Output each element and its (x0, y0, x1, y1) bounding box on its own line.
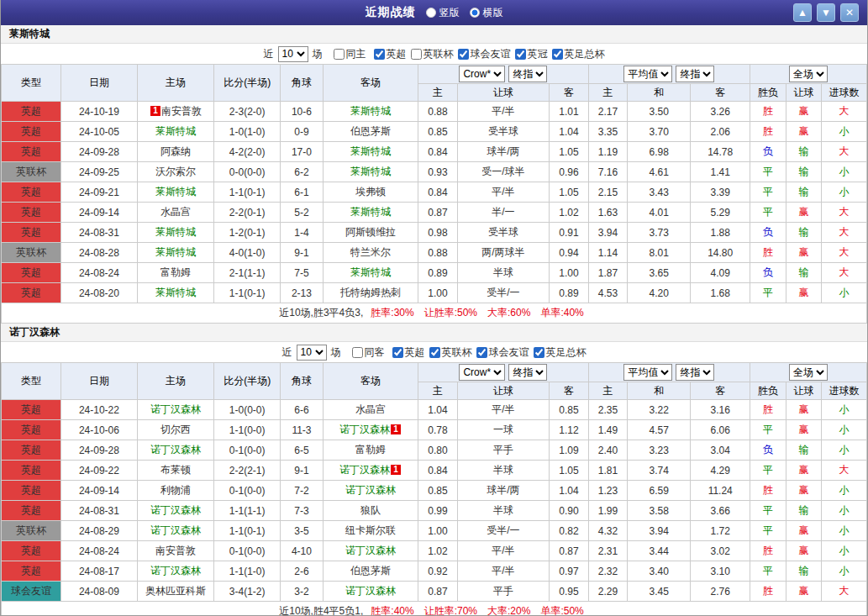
league-cell: 英超 (2, 142, 61, 162)
away-team-name: 托特纳姆热刺 (340, 287, 401, 298)
checkbox-icon[interactable] (411, 49, 422, 60)
goals-result-cell: 小 (822, 283, 867, 303)
league-cell: 英超 (2, 122, 61, 142)
asia-away-odds-cell: 0.87 (550, 541, 589, 561)
euro-index-select[interactable]: 终指 (676, 364, 714, 381)
checkbox-icon[interactable] (534, 347, 544, 358)
header-handicap-result: 让球 (786, 84, 822, 102)
league-filter-checkbox[interactable]: 英联杯 (411, 47, 454, 61)
titlebar: 近期战绩 竖版 横版 ▲ ▼ ✕ (1, 0, 867, 25)
asia-home-odds-cell: 0.93 (418, 162, 458, 182)
score-cell: 0-1(0-0) (214, 481, 281, 501)
euro-home-odds-cell: 2.31 (588, 541, 628, 561)
euro-home-odds-cell: 1.19 (588, 142, 628, 162)
asia-handicap-cell: 半球 (457, 263, 549, 283)
move-down-button[interactable]: ▼ (817, 3, 835, 22)
league-filter-checkbox[interactable]: 英足总杯 (534, 345, 587, 360)
goals-result-cell: 小 (822, 122, 867, 142)
date-cell: 24-10-06 (60, 420, 137, 440)
up-arrow-icon: ▲ (797, 8, 808, 18)
home-team-name: 诺丁汉森林 (150, 444, 201, 455)
bookmaker-select[interactable]: Crow* (459, 66, 505, 82)
checkbox-icon[interactable] (334, 49, 345, 60)
checkbox-icon[interactable] (552, 49, 563, 60)
euro-index-select[interactable]: 终指 (676, 66, 714, 82)
match-row: 英超24-08-24富勒姆2-1(1-1)7-5莱斯特城0.89半球1.001.… (2, 263, 867, 283)
asia-index-select[interactable]: 终指 (508, 66, 547, 82)
bookmaker-select[interactable]: Crow* (459, 364, 505, 381)
euro-draw-odds-cell: 4.20 (628, 283, 691, 303)
same-venue-checkbox[interactable]: 同主 (334, 47, 366, 61)
match-row: 英超24-10-05莱斯特城1-0(1-0)0-9伯恩茅斯0.85受半球1.04… (2, 122, 867, 142)
league-filter-checkbox[interactable]: 英足总杯 (552, 47, 605, 61)
home-team-cell: 莱斯特城 (138, 243, 214, 263)
league-cell: 英超 (2, 400, 61, 420)
home-team-cell: 莱斯特城 (138, 122, 214, 142)
date-cell: 24-08-20 (60, 283, 137, 303)
goals-result-cell: 小 (822, 541, 867, 561)
results-table: 类型日期主场比分(半场)角球客场Crow*终指平均值终指全场主让球客主和客胜负让… (1, 64, 867, 324)
corner-cell: 10-6 (281, 102, 324, 122)
layout-horizontal-radio[interactable]: 横版 (470, 6, 503, 20)
match-row: 英超24-09-28阿森纳4-2(2-0)17-0莱斯特城0.84球半/两1.0… (2, 142, 867, 162)
asia-away-odds-cell: 0.82 (550, 521, 589, 541)
asia-away-odds-cell: 1.05 (550, 142, 589, 162)
away-team-cell: 莱斯特城 (323, 203, 418, 223)
away-team-name: 伯恩茅斯 (350, 565, 391, 577)
home-team-name: 南安普敦 (161, 105, 202, 117)
handicap-result-cell: 赢 (786, 541, 822, 561)
corner-cell: 11-3 (281, 420, 324, 440)
away-team-cell: 伯恩茅斯 (323, 561, 418, 582)
asia-index-select[interactable]: 终指 (508, 364, 547, 381)
move-up-button[interactable]: ▲ (793, 3, 812, 22)
header-asia-home: 主 (418, 382, 458, 400)
league-filter-checkbox[interactable]: 英冠 (515, 47, 548, 61)
titlebar-buttons: ▲ ▼ ✕ (793, 3, 867, 22)
checkbox-icon[interactable] (429, 347, 440, 358)
corner-cell: 6-5 (281, 440, 324, 461)
radio-selected-icon (470, 8, 480, 18)
euro-away-odds-cell: 4.09 (691, 263, 750, 283)
date-cell: 24-08-29 (60, 521, 137, 541)
league-filter-checkbox[interactable]: 英超 (392, 345, 425, 360)
league-filter-checkbox[interactable]: 英联杯 (429, 345, 472, 360)
away-team-cell: 诺丁汉森林 (323, 582, 418, 602)
match-row: 英联杯24-08-28莱斯特城4-0(1-0)9-1特兰米尔0.88两/两球半0… (2, 243, 867, 263)
euro-average-select[interactable]: 平均值 (623, 66, 672, 82)
checkbox-icon[interactable] (352, 347, 363, 358)
league-filter-label: 球会友谊 (489, 345, 529, 360)
header-type: 类型 (2, 363, 61, 400)
checkbox-icon[interactable] (515, 49, 526, 60)
asia-handicap-cell: 一球 (457, 420, 549, 440)
checkbox-icon[interactable] (374, 49, 385, 60)
recent-count-select[interactable]: 10 (297, 345, 327, 361)
date-cell: 24-08-28 (60, 243, 137, 263)
league-filter-checkbox[interactable]: 球会友谊 (476, 345, 529, 360)
checkbox-icon[interactable] (392, 347, 403, 358)
euro-home-odds-cell: 2.32 (588, 561, 628, 582)
layout-vertical-radio[interactable]: 竖版 (426, 6, 460, 20)
result-cell: 平 (750, 283, 786, 303)
scope-select[interactable]: 全场 (789, 66, 828, 82)
handicap-result-cell: 赢 (786, 203, 822, 223)
match-row: 英超24-09-14利物浦0-1(0-0)7-2诺丁汉森林0.85球半/两1.0… (2, 481, 867, 501)
checkbox-icon[interactable] (476, 347, 487, 358)
checkbox-icon[interactable] (458, 49, 469, 60)
asia-handicap-cell: 半球 (457, 461, 549, 481)
header-score: 比分(半场) (214, 65, 281, 102)
scope-select[interactable]: 全场 (789, 364, 828, 381)
league-filter-checkbox[interactable]: 英超 (374, 47, 407, 61)
euro-home-odds-cell: 4.32 (588, 521, 628, 541)
asia-home-odds-cell: 0.80 (418, 440, 458, 461)
close-button[interactable]: ✕ (840, 3, 859, 22)
away-team-cell: 纽卡斯尔联 (323, 521, 418, 541)
euro-average-select[interactable]: 平均值 (623, 364, 672, 381)
recent-count-select[interactable]: 10 (278, 46, 308, 62)
league-filter-checkbox[interactable]: 球会友谊 (458, 47, 511, 61)
corner-cell: 2-6 (281, 561, 324, 582)
euro-draw-odds-cell: 3.43 (628, 182, 691, 203)
header-type: 类型 (2, 65, 61, 102)
same-venue-checkbox[interactable]: 同客 (352, 345, 385, 360)
euro-draw-odds-cell: 3.70 (628, 122, 691, 142)
asia-away-odds-cell: 1.02 (550, 203, 589, 223)
